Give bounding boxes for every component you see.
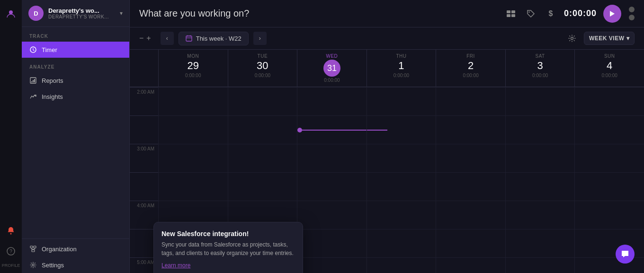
left-icon-bar: ? PROFILE <box>0 0 22 273</box>
cell-1-2am[interactable] <box>228 87 297 115</box>
day-time-4: 0:00:00 <box>463 73 478 78</box>
cell-5-5am[interactable] <box>505 257 575 273</box>
days-header: MON 29 0:00:00 TUE 30 0:00:00 WED 31 0:0… <box>130 50 644 87</box>
cell-4-2am[interactable] <box>436 87 505 115</box>
day-name-2: WED <box>326 53 338 59</box>
tooltip-salesforce-link[interactable]: Learn more <box>161 262 295 269</box>
play-button[interactable] <box>603 5 621 23</box>
prev-week-btn[interactable]: ‹ <box>161 32 174 45</box>
cell-4-5am[interactable] <box>436 257 505 273</box>
track-section-label: TRACK <box>22 27 129 42</box>
sidebar-item-insights[interactable]: Insights <box>22 88 129 105</box>
cell-4-4am[interactable] <box>436 201 505 229</box>
cell-4-3am[interactable] <box>436 144 505 172</box>
cell-1-230am[interactable] <box>228 115 297 144</box>
top-right-icon-2[interactable] <box>629 15 635 20</box>
cell-2-430am[interactable] <box>297 229 367 257</box>
svg-rect-12 <box>507 14 510 17</box>
profile-icon-btn[interactable] <box>2 5 20 23</box>
cell-0-330am[interactable] <box>158 172 228 201</box>
sidebar-item-timer[interactable]: Timer <box>22 42 129 58</box>
topbar-right-icons <box>629 7 635 20</box>
day-time-6: 0:00:00 <box>602 73 617 78</box>
cell-5-3am[interactable] <box>505 144 575 172</box>
zoom-out-btn[interactable]: − <box>139 34 143 43</box>
sidebar-item-settings[interactable]: Settings <box>22 257 129 273</box>
time-2am: 2:00 AM <box>130 87 158 115</box>
cell-4-330am[interactable] <box>436 172 505 201</box>
svg-rect-10 <box>507 10 510 13</box>
time-header-col <box>130 50 158 87</box>
tooltip-salesforce-body: Sync your data from Salesforce as projec… <box>161 240 295 257</box>
cell-0-2am[interactable] <box>158 87 228 115</box>
insights-icon <box>29 93 37 100</box>
time-330am <box>130 172 158 201</box>
week-view-chevron-icon: ▾ <box>626 35 630 42</box>
cell-2-2am[interactable] <box>297 87 367 115</box>
cell-1-3am[interactable] <box>228 144 297 172</box>
cell-3-330am[interactable] <box>367 172 436 201</box>
cell-2-230am[interactable] <box>297 115 367 144</box>
day-time-1: 0:00:00 <box>255 73 270 78</box>
week-view-btn[interactable]: WEEK VIEW ▾ <box>584 32 635 45</box>
week-label-text: This week · W22 <box>196 35 242 42</box>
cell-1-330am[interactable] <box>228 172 297 201</box>
svg-rect-8 <box>32 250 35 252</box>
billing-icon[interactable]: $ <box>544 7 557 20</box>
workspace-header[interactable]: D Derapretty's wo... DERAPRETTY'S WORK..… <box>22 0 129 27</box>
next-week-btn[interactable]: › <box>253 32 267 45</box>
week-label[interactable]: This week · W22 <box>179 32 249 45</box>
cell-5-4am[interactable] <box>505 201 575 229</box>
cell-5-330am[interactable] <box>505 172 575 201</box>
day-col-1: TUE 30 0:00:00 <box>228 50 297 87</box>
notifications-btn[interactable] <box>2 221 20 239</box>
topbar-title: What are you working on? <box>139 8 497 19</box>
topbar: What are you working on? $ 0:00:00 <box>130 0 644 27</box>
cell-2-4am[interactable] <box>297 201 367 229</box>
svg-rect-11 <box>511 10 515 13</box>
cell-3-430am[interactable] <box>367 229 436 257</box>
sidebar-item-organization[interactable]: Organization <box>22 241 129 257</box>
timeline-dot <box>297 128 302 132</box>
help-btn[interactable]: ? <box>2 242 20 260</box>
cell-4-430am[interactable] <box>436 229 505 257</box>
tag-icon[interactable] <box>524 7 537 20</box>
cal-settings-btn[interactable] <box>565 31 579 45</box>
cell-3-2am[interactable] <box>367 87 436 115</box>
cell-2-5am[interactable] <box>297 257 367 273</box>
cell-0-3am[interactable] <box>158 144 228 172</box>
settings-gear-icon <box>29 261 37 269</box>
cell-6-230am[interactable] <box>574 115 644 144</box>
cell-2-330am[interactable] <box>297 172 367 201</box>
cell-3-4am[interactable] <box>367 201 436 229</box>
cell-5-430am[interactable] <box>505 229 575 257</box>
svg-point-1 <box>10 233 11 235</box>
cell-6-4am[interactable] <box>574 201 644 229</box>
cell-3-3am[interactable] <box>367 144 436 172</box>
chat-button[interactable] <box>616 245 635 264</box>
cell-6-5am[interactable] <box>574 257 644 273</box>
svg-rect-13 <box>511 14 515 17</box>
svg-rect-15 <box>186 36 192 41</box>
svg-text:?: ? <box>9 249 12 254</box>
sidebar-item-reports[interactable]: Reports <box>22 72 129 88</box>
cell-5-230am[interactable] <box>505 115 575 144</box>
cell-0-230am[interactable] <box>158 115 228 144</box>
cell-5-2am[interactable] <box>505 87 575 115</box>
cell-2-3am[interactable] <box>297 144 367 172</box>
cell-4-230am[interactable] <box>436 115 505 144</box>
day-time-3: 0:00:00 <box>394 73 409 78</box>
cell-3-5am[interactable] <box>367 257 436 273</box>
card-view-icon[interactable] <box>504 7 518 20</box>
cell-3-230am[interactable] <box>367 115 436 144</box>
day-num-3: 1 <box>398 60 404 72</box>
day-col-0: MON 29 0:00:00 <box>158 50 228 87</box>
top-right-icon-1[interactable] <box>629 7 635 12</box>
cell-6-330am[interactable] <box>574 172 644 201</box>
cell-6-2am[interactable] <box>574 87 644 115</box>
day-num-4: 2 <box>468 60 474 72</box>
day-name-3: THU <box>396 53 406 59</box>
cell-6-3am[interactable] <box>574 144 644 172</box>
zoom-in-btn[interactable]: + <box>146 34 151 43</box>
org-icon <box>29 245 37 253</box>
